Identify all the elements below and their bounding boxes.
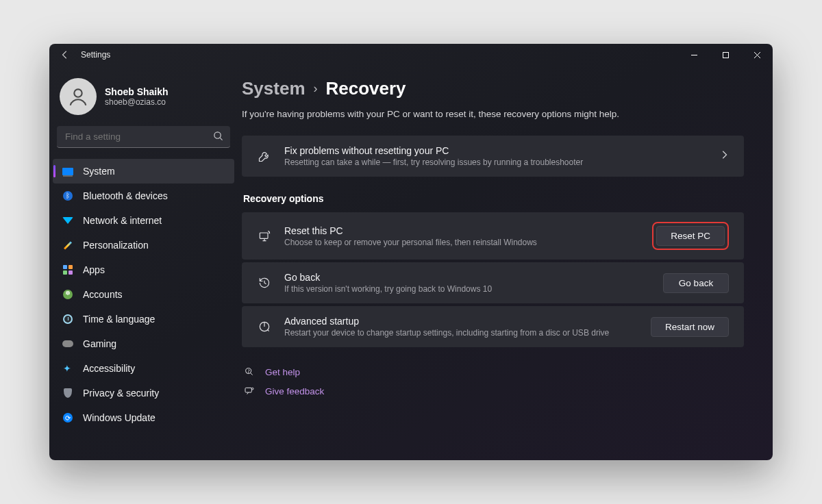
nav-label: Personalization: [83, 240, 149, 251]
breadcrumb: System › Recovery: [242, 78, 744, 99]
nav-item-update[interactable]: ⟳ Windows Update: [53, 405, 234, 430]
svg-point-2: [214, 132, 221, 138]
clock-icon: [62, 314, 73, 325]
brush-icon: [62, 240, 73, 251]
nav-item-apps[interactable]: Apps: [53, 257, 234, 282]
nav-item-time[interactable]: Time & language: [53, 307, 234, 331]
svg-rect-7: [245, 388, 251, 392]
nav-label: Bluetooth & devices: [83, 190, 168, 201]
card-title: Reset this PC: [284, 225, 640, 236]
apps-icon: [62, 264, 73, 275]
settings-window: Settings Shoeb Shaikh shoeb@ozias.: [49, 44, 773, 460]
card-desc: Choose to keep or remove your personal f…: [284, 238, 640, 247]
get-help-link[interactable]: Get help: [242, 362, 744, 381]
nav-item-system[interactable]: System: [53, 159, 234, 184]
restart-now-button[interactable]: Restart now: [651, 317, 729, 337]
window-title: Settings: [81, 50, 110, 60]
give-feedback-link[interactable]: Give feedback: [242, 381, 744, 401]
chevron-right-icon: ›: [314, 81, 318, 96]
accounts-icon: [62, 289, 73, 300]
card-title: Go back: [284, 272, 651, 283]
nav-label: Privacy & security: [83, 388, 159, 399]
system-icon: [62, 166, 73, 177]
power-icon: [257, 320, 272, 333]
nav-item-network[interactable]: Network & internet: [53, 208, 234, 233]
card-desc: If this version isn't working, try going…: [284, 284, 651, 294]
minimize-button[interactable]: [678, 44, 710, 66]
advanced-startup-row: Advanced startup Restart your device to …: [242, 306, 744, 347]
close-button[interactable]: [741, 44, 773, 66]
nav-item-accounts[interactable]: Accounts: [53, 282, 234, 307]
svg-point-8: [251, 388, 253, 390]
reset-pc-button[interactable]: Reset PC: [656, 226, 725, 246]
nav-label: Accessibility: [83, 363, 135, 374]
accessibility-icon: ✦: [62, 363, 73, 374]
svg-rect-3: [260, 233, 268, 238]
profile-name: Shoeb Shaikh: [105, 86, 169, 97]
nav-item-gaming[interactable]: Gaming: [53, 331, 234, 356]
card-title: Advanced startup: [284, 316, 638, 327]
nav-label: Network & internet: [83, 215, 162, 226]
nav-item-personalization[interactable]: Personalization: [53, 233, 234, 257]
nav-label: Time & language: [83, 314, 155, 325]
nav-label: Apps: [83, 264, 105, 275]
avatar: [60, 78, 97, 115]
nav-label: System: [83, 166, 115, 177]
nav-item-privacy[interactable]: Privacy & security: [53, 381, 234, 405]
svg-point-6: [248, 373, 249, 373]
card-desc: Restart your device to change startup se…: [284, 328, 638, 338]
nav-item-bluetooth[interactable]: ᛒ Bluetooth & devices: [53, 184, 234, 208]
page-subtitle: If you're having problems with your PC o…: [242, 109, 744, 119]
search-input[interactable]: [57, 126, 230, 148]
maximize-button[interactable]: [710, 44, 741, 66]
nav-label: Accounts: [83, 289, 123, 300]
go-back-button[interactable]: Go back: [663, 273, 729, 293]
sidebar: Shoeb Shaikh shoeb@ozias.co System: [49, 66, 238, 460]
shield-icon: [62, 388, 73, 399]
nav-label: Gaming: [83, 338, 116, 349]
card-desc: Resetting can take a while — first, try …: [284, 158, 707, 167]
chevron-right-icon: [719, 150, 729, 162]
search-icon: [213, 131, 223, 144]
reset-pc-row: Reset this PC Choose to keep or remove y…: [242, 212, 744, 260]
breadcrumb-current: Recovery: [326, 78, 406, 99]
svg-rect-0: [723, 52, 728, 58]
wifi-icon: [62, 215, 73, 226]
link-label: Give feedback: [265, 386, 324, 396]
svg-point-1: [74, 89, 82, 97]
card-title: Fix problems without resetting your PC: [284, 145, 707, 156]
profile-email: shoeb@ozias.co: [105, 97, 169, 107]
bluetooth-icon: ᛒ: [62, 190, 73, 201]
back-button[interactable]: [60, 50, 70, 60]
main-content: System › Recovery If you're having probl…: [238, 66, 773, 460]
history-icon: [257, 276, 272, 290]
update-icon: ⟳: [62, 412, 73, 423]
nav-label: Windows Update: [83, 412, 155, 423]
related-links: Get help Give feedback: [242, 362, 744, 401]
breadcrumb-parent[interactable]: System: [242, 78, 306, 99]
nav: System ᛒ Bluetooth & devices Network & i…: [53, 155, 234, 430]
nav-item-accessibility[interactable]: ✦ Accessibility: [53, 356, 234, 381]
titlebar: Settings: [49, 44, 773, 66]
go-back-row: Go back If this version isn't working, t…: [242, 262, 744, 303]
profile-block[interactable]: Shoeb Shaikh shoeb@ozias.co: [53, 74, 234, 126]
link-label: Get help: [265, 367, 300, 377]
help-icon: [243, 366, 256, 377]
troubleshoot-card[interactable]: Fix problems without resetting your PC R…: [242, 136, 744, 177]
section-header: Recovery options: [243, 193, 744, 204]
highlight-annotation: Reset PC: [652, 222, 729, 250]
reset-icon: [257, 229, 272, 243]
feedback-icon: [243, 386, 256, 396]
gaming-icon: [62, 338, 73, 349]
wrench-icon: [257, 149, 272, 163]
